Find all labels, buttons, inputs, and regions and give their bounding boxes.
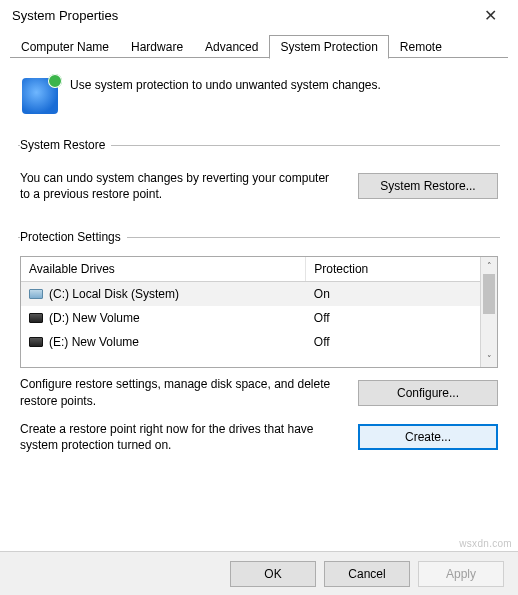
protection-settings-legend: Protection Settings: [20, 230, 127, 244]
intro-row: Use system protection to undo unwanted s…: [18, 70, 500, 138]
system-restore-group: System Restore You can undo system chang…: [18, 138, 500, 214]
system-restore-legend: System Restore: [20, 138, 111, 152]
configure-button[interactable]: Configure...: [358, 380, 498, 406]
create-button[interactable]: Create...: [358, 424, 498, 450]
ok-button[interactable]: OK: [230, 561, 316, 587]
tab-computer-name[interactable]: Computer Name: [10, 35, 120, 58]
tab-advanced[interactable]: Advanced: [194, 35, 269, 58]
scroll-up-icon[interactable]: ˄: [481, 257, 497, 274]
tab-remote[interactable]: Remote: [389, 35, 453, 58]
drives-list: Available Drives Protection (C:) Local D…: [20, 256, 498, 368]
drive-icon: [29, 313, 43, 323]
tab-hardware[interactable]: Hardware: [120, 35, 194, 58]
drive-row[interactable]: (D:) New Volume Off: [21, 306, 480, 330]
protection-settings-group: Protection Settings Available Drives Pro…: [18, 230, 500, 465]
drive-row[interactable]: (C:) Local Disk (System) On: [21, 282, 480, 306]
scroll-down-icon[interactable]: ˅: [481, 350, 497, 367]
title-bar: System Properties ✕: [0, 0, 518, 30]
drive-label: (D:) New Volume: [49, 311, 140, 325]
tab-panel: Use system protection to undo unwanted s…: [0, 58, 518, 487]
drive-label: (C:) Local Disk (System): [49, 287, 179, 301]
tab-strip: Computer Name Hardware Advanced System P…: [0, 30, 518, 58]
drives-scrollbar[interactable]: ˄ ˅: [480, 257, 497, 367]
create-desc: Create a restore point right now for the…: [20, 421, 342, 453]
drive-icon: [29, 337, 43, 347]
system-protection-icon: [22, 78, 58, 114]
cancel-button[interactable]: Cancel: [324, 561, 410, 587]
configure-desc: Configure restore settings, manage disk …: [20, 376, 342, 408]
tab-system-protection[interactable]: System Protection: [269, 35, 388, 59]
column-protection[interactable]: Protection: [306, 257, 480, 281]
drives-header: Available Drives Protection: [21, 257, 480, 282]
system-restore-desc: You can undo system changes by reverting…: [20, 170, 342, 202]
drive-label: (E:) New Volume: [49, 335, 139, 349]
scroll-thumb[interactable]: [483, 274, 495, 314]
drive-row[interactable]: (E:) New Volume Off: [21, 330, 480, 354]
dialog-footer: OK Cancel Apply: [0, 551, 518, 595]
watermark-text: wsxdn.com: [459, 538, 512, 549]
drive-protection: Off: [306, 330, 480, 354]
close-icon[interactable]: ✕: [470, 6, 510, 25]
column-available-drives[interactable]: Available Drives: [21, 257, 306, 281]
drive-protection: Off: [306, 306, 480, 330]
window-title: System Properties: [12, 8, 118, 23]
system-restore-button[interactable]: System Restore...: [358, 173, 498, 199]
drive-icon: [29, 289, 43, 299]
drive-protection: On: [306, 282, 480, 306]
apply-button: Apply: [418, 561, 504, 587]
intro-text: Use system protection to undo unwanted s…: [70, 78, 381, 92]
